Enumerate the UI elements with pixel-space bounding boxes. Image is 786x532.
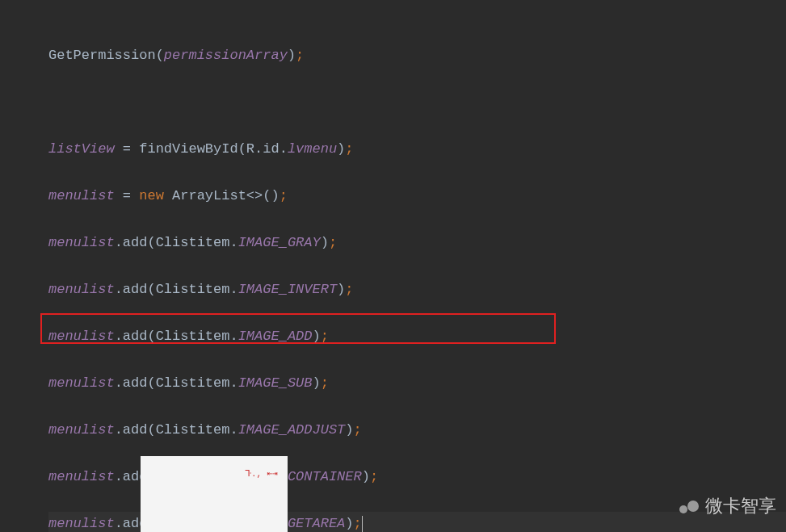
code-line: menulist.add(Clistitem.IMAGE_ADD); — [48, 325, 786, 348]
code-line: menulist.add(Clistitem.IMAGE_SUB); — [48, 371, 786, 395]
code-line: menulist = new ArrayList<>(); — [48, 184, 786, 207]
text-caret — [362, 516, 363, 532]
watermark-text: 微卡智享 — [705, 494, 776, 517]
code-line: GetPermission(permissionArray); — [48, 44, 786, 67]
code-line: menulist.add(Clistitem.IMAGE_CONTAINER); — [48, 465, 786, 488]
code-line-caret: menulist.add(Clistitem.IMAGE_GETAREA); — [48, 512, 786, 532]
code-line: menulist.add(Clistitem.IMAGE_ADDJUST); — [48, 418, 786, 442]
code-line: menulist.add(Clistitem.IMAGE_GRAY); — [48, 231, 786, 254]
code-editor[interactable]: GetPermission(permissionArray); listView… — [0, 0, 786, 532]
wechat-icon — [679, 497, 700, 515]
code-line: menulist.add(Clistitem.IMAGE_INVERT); — [48, 278, 786, 301]
watermark: 微卡智享 — [679, 494, 776, 517]
code-line: listView = findViewById(R.id.lvmenu); — [48, 137, 786, 161]
code-line — [48, 90, 786, 114]
